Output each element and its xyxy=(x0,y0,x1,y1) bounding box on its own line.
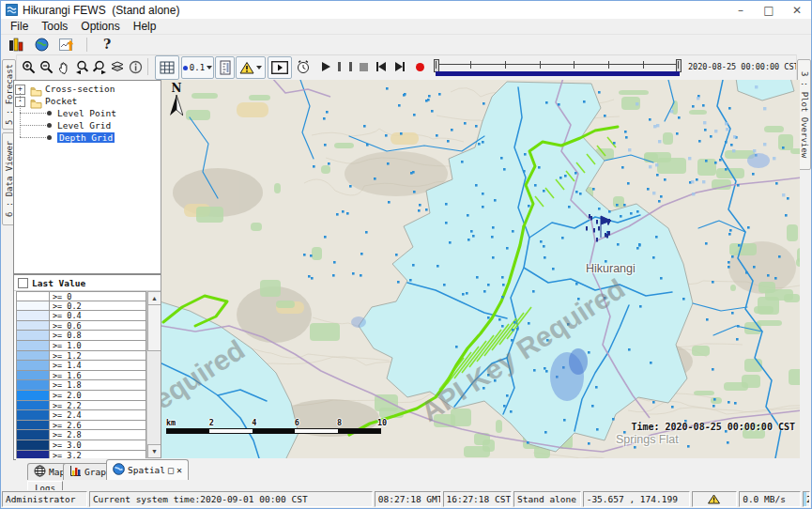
level-point-dot xyxy=(583,100,586,103)
zoom-next-icon xyxy=(93,60,107,74)
skip-to-end-button[interactable] xyxy=(391,56,408,77)
tree-item-label: Level Point xyxy=(57,108,116,118)
zoom-previous-button[interactable] xyxy=(73,56,90,77)
scroll-down-icon[interactable]: ▼ xyxy=(147,444,161,458)
time-slider[interactable] xyxy=(433,57,682,76)
legend-class-label: >= 2.8 xyxy=(50,430,146,440)
forest-patch xyxy=(496,420,502,433)
scrollbar-thumb[interactable] xyxy=(147,304,161,351)
forest-patch xyxy=(754,306,774,314)
tree-item-cross-section[interactable]: +Cross-section xyxy=(14,83,161,95)
spatial-map[interactable]: API Key Required API Key Required N Hiku… xyxy=(161,80,800,458)
bullet-icon xyxy=(47,135,52,140)
close-button[interactable]: ✕ xyxy=(783,1,811,19)
level-point-dot xyxy=(745,271,748,274)
timestep-clock-button[interactable] xyxy=(294,56,313,77)
skip-to-start-button[interactable] xyxy=(373,56,390,77)
play-button[interactable] xyxy=(318,56,333,77)
level-point-dot xyxy=(613,142,616,145)
level-point-dot-light xyxy=(782,193,785,196)
scale-tick-label: 4 xyxy=(252,418,256,427)
level-point-dot xyxy=(778,255,781,258)
level-point-dot xyxy=(728,266,730,269)
level-point-dot xyxy=(447,140,450,143)
level-point-dot xyxy=(387,162,390,165)
forest-patch xyxy=(334,143,354,148)
legend-class-label: >= 1.4 xyxy=(50,361,146,371)
zoom-in-button[interactable] xyxy=(20,56,37,77)
menu-options[interactable]: Options xyxy=(74,20,126,33)
scroll-up-icon[interactable]: ▲ xyxy=(147,291,161,305)
level-point-dot xyxy=(487,284,490,286)
level-point-dot xyxy=(501,296,504,299)
window-title: Hikurangi FEWS (Stand alone) xyxy=(23,4,179,17)
menu-tools[interactable]: Tools xyxy=(35,20,74,33)
level-point-dot xyxy=(310,254,313,257)
maximize-button[interactable]: □ xyxy=(755,1,783,19)
marker-dot-icon xyxy=(183,66,188,70)
status-cell-7: 0.0 MB/s xyxy=(739,491,801,507)
record-button[interactable] xyxy=(412,56,427,77)
zoom-next-button[interactable] xyxy=(91,56,108,77)
tab-spatial[interactable]: Spatial□✕ xyxy=(106,459,189,480)
level-point-dot xyxy=(563,419,566,422)
status-cell-8: 2.5 GB xyxy=(803,491,810,507)
level-point-dot xyxy=(332,274,335,277)
pan-button[interactable] xyxy=(55,56,72,77)
level-point-dot xyxy=(487,316,490,319)
level-point-dot xyxy=(528,322,530,325)
level-point-dot xyxy=(719,159,722,162)
tab-close-icon[interactable]: ✕ xyxy=(176,466,182,475)
legend-class-label: >= 1.2 xyxy=(50,351,146,362)
tree-item-pocket[interactable]: -Pocket xyxy=(14,95,161,107)
forest-patch xyxy=(764,126,784,132)
pause-button[interactable] xyxy=(337,56,352,77)
level-point-dot xyxy=(476,276,479,279)
level-point-dot xyxy=(445,222,448,224)
minimize-button[interactable]: – xyxy=(727,1,755,19)
level-point-dot xyxy=(698,140,701,143)
level-point-dot-light xyxy=(773,157,775,160)
north-arrow-icon xyxy=(170,95,183,117)
last-value-checkbox[interactable] xyxy=(18,278,28,288)
animation-button[interactable] xyxy=(268,56,292,79)
layers-button[interactable] xyxy=(109,56,126,77)
legend-row: >= 2.0 xyxy=(16,391,146,401)
skip-start-icon xyxy=(378,62,386,71)
level-point-dot xyxy=(696,178,698,181)
grid-display-button[interactable] xyxy=(155,55,179,80)
menu-help[interactable]: Help xyxy=(127,20,163,33)
level-point-dot xyxy=(713,398,716,401)
database-display-button[interactable] xyxy=(5,35,27,54)
level-point-dot xyxy=(656,174,659,177)
level-point-dot xyxy=(702,104,705,107)
stop-button[interactable] xyxy=(356,56,371,77)
level-point-dot xyxy=(413,191,416,193)
legend-class-label: >= 0.8 xyxy=(50,331,146,341)
level-point-dot-light xyxy=(763,143,766,146)
level-point-dot xyxy=(545,370,548,373)
help-button[interactable]: ? xyxy=(96,35,118,54)
grid-interval-dropdown[interactable]: 0.1 xyxy=(181,56,214,79)
info-button[interactable] xyxy=(127,56,144,77)
application-window: { "window": { "title": "Hikurangi FEWS (… xyxy=(0,0,812,509)
warnings-dropdown[interactable] xyxy=(236,56,266,79)
gauge-display-button[interactable] xyxy=(215,56,235,79)
menu-file[interactable]: File xyxy=(4,20,35,33)
time-slider-handle-left[interactable] xyxy=(434,59,439,72)
time-slider-handle-right[interactable] xyxy=(676,59,682,72)
forest-patch xyxy=(689,110,707,115)
tab-data-viewer-label: 6 : Data Viewer xyxy=(5,141,14,217)
time-slider-span-bar xyxy=(436,71,680,76)
map-display-button[interactable] xyxy=(30,35,53,54)
zoom-out-button[interactable] xyxy=(38,56,54,77)
timeseries-display-button[interactable] xyxy=(55,35,78,54)
level-point-dot xyxy=(727,441,729,444)
level-point-dot-light xyxy=(652,192,655,194)
legend-scrollbar[interactable]: ▲ ▼ xyxy=(146,291,161,458)
level-point-dot xyxy=(737,184,740,187)
tab-maximize-icon[interactable]: □ xyxy=(168,466,174,475)
graph-icon xyxy=(69,465,82,479)
grid-interval-value: 0.1 xyxy=(190,63,205,72)
forest-patch xyxy=(186,110,210,120)
